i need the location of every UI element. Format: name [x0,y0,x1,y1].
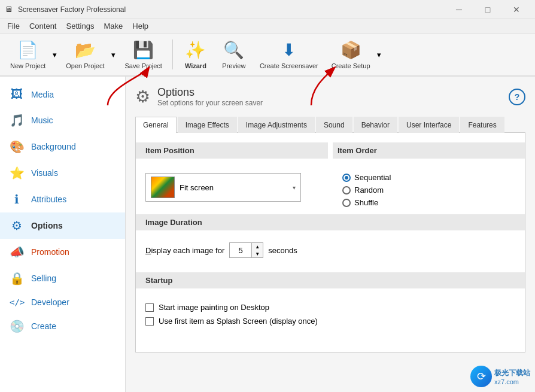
create-setup-button[interactable]: 📦 Create Setup [326,37,376,72]
tab-image-effects[interactable]: Image Effects [178,117,237,133]
preview-button[interactable]: 🔍 Preview [216,37,252,72]
close-button[interactable]: ✕ [503,1,530,18]
new-project-button[interactable]: 📄 New Project [5,37,51,72]
tab-behavior[interactable]: Behavior [354,117,397,133]
selling-icon: 🔒 [10,271,24,285]
content-area: ⚙ Options Set options for your screen sa… [126,77,535,392]
create-setup-label: Create Setup [332,62,370,69]
sidebar-label-options: Options [31,221,63,230]
sidebar-label-music: Music [31,116,53,125]
help-button[interactable]: ? [509,89,525,105]
tab-user-interface[interactable]: User Interface [399,117,459,133]
sidebar-label-media: Media [31,90,54,99]
radio-shuffle[interactable]: Shuffle [342,198,510,207]
radio-random[interactable]: Random [342,186,510,195]
new-project-icon: 📄 [17,40,38,60]
create-icon: 💿 [10,319,24,333]
save-project-icon: 💾 [133,40,154,60]
startup-options: Start image painting on Desktop Use firs… [145,296,515,333]
sidebar-label-developer: Developer [31,297,69,307]
save-project-button[interactable]: 💾 Save Project [120,37,168,72]
startup-label: Startup [145,276,173,285]
item-order-label: Item Order [338,146,377,155]
sidebar-item-attributes[interactable]: ℹ Attributes [0,186,125,212]
sidebar-item-selling[interactable]: 🔒 Selling [0,265,125,291]
tab-image-adjustments[interactable]: Image Adjustments [238,117,315,133]
checkbox-splash-screen[interactable]: Use first item as Splash Screen (display… [145,314,515,328]
item-position-content: Fit screen ▾ [145,166,323,209]
position-dropdown[interactable]: Fit screen ▾ [145,173,301,202]
sidebar-item-promotion[interactable]: 📣 Promotion [0,239,125,265]
sidebar-item-background[interactable]: 🎨 Background [0,133,125,160]
menu-content[interactable]: Content [25,20,62,32]
create-setup-icon: 📦 [341,40,361,60]
radio-random-label: Random [354,186,384,195]
menu-settings[interactable]: Settings [62,20,99,32]
watermark-logo: ⟳ [470,366,492,387]
watermark-text: 极光下载站 xz7.com [494,368,530,385]
preview-icon: 🔍 [223,40,244,60]
wizard-button[interactable]: ✨ Wizard [178,37,214,72]
page-title: Options [157,86,263,99]
item-position-header: Item Position [136,142,328,159]
spinbox-up-arrow[interactable]: ▲ [252,243,263,250]
content-header: ⚙ Options Set options for your screen sa… [135,86,525,107]
new-project-dropdown[interactable]: ▾ [51,42,58,66]
main-layout: 🖼 Media 🎵 Music 🎨 Background ⭐ Visuals ℹ… [0,77,535,392]
menu-file[interactable]: File [2,20,25,32]
music-icon: 🎵 [10,113,24,127]
checkbox-paint-desktop-label: Start image painting on Desktop [159,303,269,312]
position-order-row: Item Position Fit screen ▾ [145,142,515,214]
checkbox-paint-desktop[interactable]: Start image painting on Desktop [145,300,515,314]
tabs: General Image Effects Image Adjustments … [135,117,525,133]
sidebar-item-options[interactable]: ⚙ Options [0,212,125,239]
radio-sequential-circle [342,174,351,182]
item-order-options: Sequential Random Shuffle [338,166,515,214]
create-screensaver-button[interactable]: ⬇ Create Screensaver [254,37,324,72]
sidebar-item-media[interactable]: 🖼 Media [0,81,125,107]
sidebar-item-create[interactable]: 💿 Create [0,313,125,339]
wizard-label: Wizard [185,62,206,69]
background-icon: 🎨 [10,139,24,154]
tab-general[interactable]: General [135,117,177,133]
create-setup-dropdown[interactable]: ▾ [376,42,383,66]
new-project-group: 📄 New Project ▾ [5,37,58,72]
titlebar: 🖥 Screensaver Factory Professional ─ □ ✕ [0,0,535,19]
sidebar: 🖼 Media 🎵 Music 🎨 Background ⭐ Visuals ℹ… [0,77,126,392]
tab-sound[interactable]: Sound [316,117,352,133]
item-order-section: Item Order Sequential Random [338,142,515,214]
position-dropdown-value: Fit screen [180,183,288,192]
spinbox-down-arrow[interactable]: ▼ [252,250,263,257]
page-subtitle: Set options for your screen saver [157,99,263,107]
duration-input[interactable] [230,245,251,256]
open-project-group: 📂 Open Project ▾ [60,37,117,72]
developer-icon: </> [10,297,24,307]
spinbox-arrows: ▲ ▼ [251,243,263,257]
sidebar-item-developer[interactable]: </> Developer [0,291,125,313]
menu-make[interactable]: Make [99,20,127,32]
menubar: File Content Settings Make Help [0,19,535,34]
menu-help[interactable]: Help [127,20,153,32]
open-project-button[interactable]: 📂 Open Project [60,37,110,72]
image-duration-header: Image Duration [136,214,525,230]
open-project-dropdown[interactable]: ▾ [110,42,117,66]
position-thumbnail [151,177,175,198]
checkbox-splash-screen-label: Use first item as Splash Screen (display… [159,317,318,326]
duration-row: Display each image for ▲ ▼ seconds [145,238,515,263]
new-project-label: New Project [10,62,45,69]
titlebar-title: Screensaver Factory Professional [18,5,445,14]
duration-spinbox[interactable]: ▲ ▼ [229,242,263,258]
options-icon: ⚙ [10,218,24,233]
radio-sequential[interactable]: Sequential [342,173,510,182]
options-header-icon: ⚙ [135,87,150,107]
item-position-section: Item Position Fit screen ▾ [145,142,323,214]
maximize-button[interactable]: □ [474,1,501,18]
sidebar-label-attributes: Attributes [31,195,66,204]
tab-features[interactable]: Features [460,117,504,133]
sidebar-item-music[interactable]: 🎵 Music [0,107,125,133]
preview-label: Preview [222,62,245,69]
minimize-button[interactable]: ─ [445,1,473,18]
sidebar-item-visuals[interactable]: ⭐ Visuals [0,160,125,186]
sidebar-label-background: Background [31,142,76,151]
save-project-label: Save Project [125,62,162,69]
